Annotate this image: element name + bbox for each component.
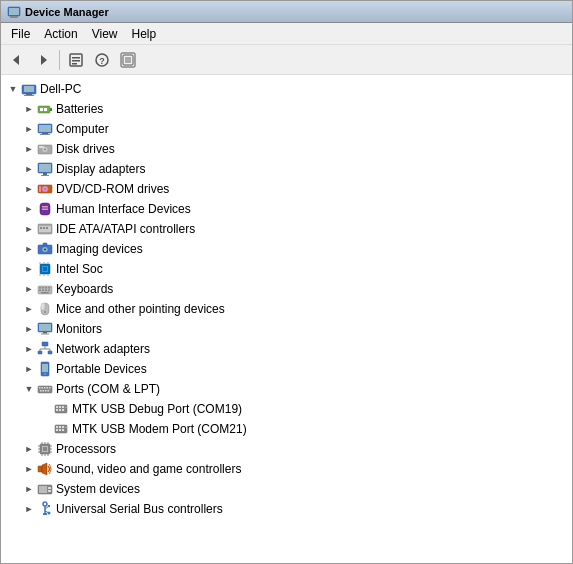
svg-rect-13: [125, 57, 131, 63]
list-item[interactable]: ► System devices: [1, 479, 572, 499]
node-expander[interactable]: ►: [21, 361, 37, 377]
node-expander[interactable]: ►: [21, 341, 37, 357]
menu-action[interactable]: Action: [38, 25, 83, 43]
list-item[interactable]: ► Universal Serial Bus controllers: [1, 499, 572, 519]
list-item[interactable]: ► Computer: [1, 119, 572, 139]
list-item[interactable]: ► Imaging devices: [1, 239, 572, 259]
back-button[interactable]: [5, 48, 29, 72]
svg-rect-1: [10, 16, 18, 18]
list-item[interactable]: ► Portable Devices: [1, 359, 572, 379]
mouse-icon: [37, 301, 53, 317]
list-item[interactable]: ► Monitors: [1, 319, 572, 339]
node-expander[interactable]: ►: [21, 121, 37, 137]
menu-bar: File Action View Help: [1, 23, 572, 45]
list-item[interactable]: ► Disk drives: [1, 139, 572, 159]
node-expander[interactable]: ►: [21, 301, 37, 317]
node-expander[interactable]: ►: [21, 161, 37, 177]
node-label: Universal Serial Bus controllers: [56, 502, 223, 516]
svg-rect-52: [43, 267, 47, 271]
svg-rect-66: [45, 290, 47, 292]
list-item[interactable]: ► Human Interface Devices: [1, 199, 572, 219]
node-expander[interactable]: ▼: [21, 381, 37, 397]
menu-file[interactable]: File: [5, 25, 36, 43]
node-expander[interactable]: ►: [21, 221, 37, 237]
node-expander[interactable]: ►: [21, 441, 37, 457]
svg-rect-109: [65, 427, 67, 428]
list-item[interactable]: ► Batteries: [1, 99, 572, 119]
update-button[interactable]: [116, 48, 140, 72]
svg-marker-4: [41, 55, 47, 65]
tree-root[interactable]: ▼ Dell-PC: [1, 79, 572, 99]
list-item[interactable]: ► Intel Soc: [1, 259, 572, 279]
svg-rect-95: [45, 390, 47, 392]
node-label: Monitors: [56, 322, 102, 336]
svg-rect-62: [45, 287, 47, 289]
svg-rect-106: [56, 426, 58, 428]
svg-rect-39: [42, 206, 48, 208]
list-item[interactable]: ► IDE ATA/ATAPI controllers: [1, 219, 572, 239]
svg-rect-29: [39, 146, 44, 148]
node-label: Imaging devices: [56, 242, 143, 256]
svg-rect-20: [40, 108, 43, 111]
forward-button[interactable]: [31, 48, 55, 72]
svg-rect-107: [59, 426, 61, 428]
node-expander[interactable]: ►: [21, 501, 37, 517]
node-expander[interactable]: ►: [21, 461, 37, 477]
help-button[interactable]: ?: [90, 48, 114, 72]
svg-rect-133: [48, 490, 51, 492]
node-label: Sound, video and game controllers: [56, 462, 241, 476]
node-expander[interactable]: ►: [21, 281, 37, 297]
svg-rect-102: [56, 409, 58, 411]
list-item[interactable]: ► Display adapters: [1, 159, 572, 179]
batteries-icon: [37, 101, 53, 117]
portable-icon: [37, 361, 53, 377]
svg-rect-17: [24, 95, 34, 96]
list-item[interactable]: ► Network adapters: [1, 339, 572, 359]
root-label: Dell-PC: [40, 82, 81, 96]
svg-rect-2: [9, 8, 19, 15]
svg-rect-64: [39, 290, 41, 292]
svg-rect-15: [24, 86, 34, 92]
svg-rect-60: [39, 287, 41, 289]
list-item[interactable]: ► MTK USB Debug Port (COM19): [1, 399, 572, 419]
svg-rect-99: [59, 406, 61, 408]
menu-view[interactable]: View: [86, 25, 124, 43]
menu-help[interactable]: Help: [126, 25, 163, 43]
node-label: Human Interface Devices: [56, 202, 191, 216]
svg-rect-40: [42, 209, 48, 211]
svg-rect-32: [43, 173, 47, 175]
node-expander[interactable]: ►: [21, 181, 37, 197]
list-item[interactable]: ► MTK USB Modem Port (COM21): [1, 419, 572, 439]
svg-rect-98: [56, 406, 58, 408]
node-expander[interactable]: ►: [21, 481, 37, 497]
node-label: Intel Soc: [56, 262, 103, 276]
node-expander[interactable]: ►: [21, 261, 37, 277]
svg-point-86: [44, 373, 46, 375]
list-item[interactable]: ► Mice and other pointing devices: [1, 299, 572, 319]
svg-rect-68: [41, 292, 49, 294]
svg-rect-128: [38, 466, 42, 472]
intel-icon: [37, 261, 53, 277]
network-icon: [37, 341, 53, 357]
hid-icon: [37, 201, 53, 217]
root-expander[interactable]: ▼: [5, 81, 21, 97]
node-expander[interactable]: ►: [21, 241, 37, 257]
list-item[interactable]: ► Sound, video and game controllers: [1, 459, 572, 479]
device-tree[interactable]: ▼ Dell-PC ►: [1, 75, 572, 563]
svg-rect-43: [40, 227, 42, 229]
node-expander[interactable]: ►: [21, 141, 37, 157]
svg-point-36: [44, 188, 46, 190]
node-expander[interactable]: ►: [21, 201, 37, 217]
node-expander[interactable]: ►: [21, 101, 37, 117]
svg-point-72: [44, 311, 46, 313]
keyboard-icon: [37, 281, 53, 297]
list-item[interactable]: ► DVD/CD-ROM drives: [1, 179, 572, 199]
svg-rect-65: [42, 290, 44, 292]
list-item[interactable]: ► Keyboards: [1, 279, 572, 299]
list-item[interactable]: ►: [1, 439, 572, 459]
svg-rect-49: [43, 243, 47, 246]
node-label: Batteries: [56, 102, 103, 116]
properties-button[interactable]: [64, 48, 88, 72]
node-expander[interactable]: ►: [21, 321, 37, 337]
list-item[interactable]: ▼ Ports (COM & LPT): [1, 379, 572, 399]
